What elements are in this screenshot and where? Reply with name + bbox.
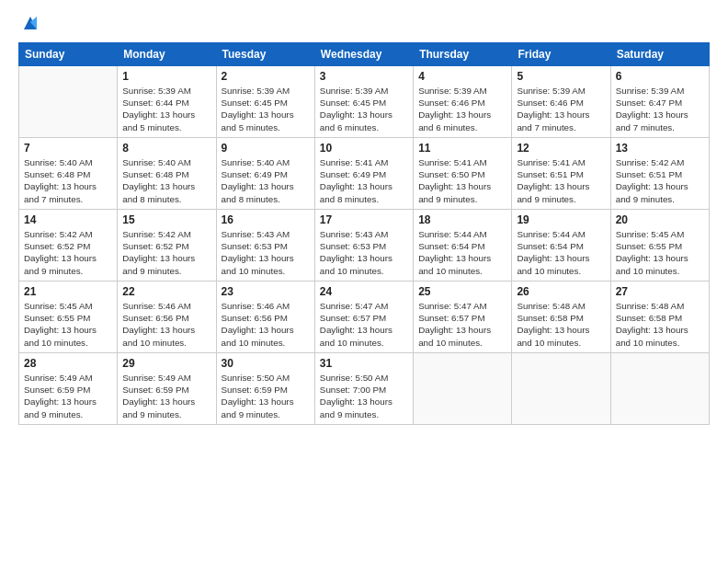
logo xyxy=(18,17,40,33)
calendar-cell xyxy=(610,353,709,425)
cell-info: Sunrise: 5:39 AMSunset: 6:45 PMDaylight:… xyxy=(222,85,310,133)
calendar-cell: 13Sunrise: 5:42 AMSunset: 6:51 PMDayligh… xyxy=(610,138,709,210)
cell-info: Sunrise: 5:46 AMSunset: 6:56 PMDaylight:… xyxy=(122,300,210,349)
cell-info: Sunrise: 5:40 AMSunset: 6:48 PMDaylight:… xyxy=(24,156,112,205)
calendar-cell xyxy=(414,353,512,425)
cell-day-number: 10 xyxy=(320,142,408,155)
cell-day-number: 2 xyxy=(222,70,310,83)
calendar-cell: 28Sunrise: 5:49 AMSunset: 6:59 PMDayligh… xyxy=(19,353,118,425)
cell-day-number: 12 xyxy=(517,142,605,155)
calendar-cell: 30Sunrise: 5:50 AMSunset: 6:59 PMDayligh… xyxy=(216,353,314,425)
cell-day-number: 27 xyxy=(616,285,704,298)
cell-info: Sunrise: 5:43 AMSunset: 6:53 PMDaylight:… xyxy=(320,228,408,277)
cell-info: Sunrise: 5:42 AMSunset: 6:52 PMDaylight:… xyxy=(122,228,210,277)
cell-day-number: 4 xyxy=(418,70,506,83)
weekday-header-friday: Friday xyxy=(512,43,610,66)
cell-info: Sunrise: 5:39 AMSunset: 6:45 PMDaylight:… xyxy=(320,85,408,133)
calendar-cell: 29Sunrise: 5:49 AMSunset: 6:59 PMDayligh… xyxy=(118,353,216,425)
cell-info: Sunrise: 5:41 AMSunset: 6:51 PMDaylight:… xyxy=(517,156,605,205)
calendar-cell: 26Sunrise: 5:48 AMSunset: 6:58 PMDayligh… xyxy=(512,282,610,353)
calendar-cell: 19Sunrise: 5:44 AMSunset: 6:54 PMDayligh… xyxy=(512,210,610,282)
cell-day-number: 26 xyxy=(517,285,605,298)
logo-icon xyxy=(20,13,40,33)
weekday-header-saturday: Saturday xyxy=(610,43,709,66)
cell-day-number: 11 xyxy=(418,142,506,155)
cell-info: Sunrise: 5:45 AMSunset: 6:55 PMDaylight:… xyxy=(24,300,112,349)
cell-info: Sunrise: 5:44 AMSunset: 6:54 PMDaylight:… xyxy=(418,228,506,277)
cell-day-number: 1 xyxy=(122,70,210,83)
calendar-cell: 21Sunrise: 5:45 AMSunset: 6:55 PMDayligh… xyxy=(19,282,118,353)
cell-info: Sunrise: 5:48 AMSunset: 6:58 PMDaylight:… xyxy=(517,300,605,349)
cell-day-number: 30 xyxy=(222,357,310,370)
calendar-cell: 10Sunrise: 5:41 AMSunset: 6:49 PMDayligh… xyxy=(314,138,413,210)
weekday-header-monday: Monday xyxy=(118,43,216,66)
calendar-cell: 1Sunrise: 5:39 AMSunset: 6:44 PMDaylight… xyxy=(118,66,216,138)
calendar-cell: 22Sunrise: 5:46 AMSunset: 6:56 PMDayligh… xyxy=(118,282,216,353)
cell-day-number: 29 xyxy=(122,357,210,370)
calendar-cell: 2Sunrise: 5:39 AMSunset: 6:45 PMDaylight… xyxy=(216,66,314,138)
cell-day-number: 5 xyxy=(517,70,605,83)
calendar-week-2: 7Sunrise: 5:40 AMSunset: 6:48 PMDaylight… xyxy=(19,138,710,210)
calendar-cell: 27Sunrise: 5:48 AMSunset: 6:58 PMDayligh… xyxy=(610,282,709,353)
cell-info: Sunrise: 5:39 AMSunset: 6:47 PMDaylight:… xyxy=(616,85,704,133)
calendar-cell xyxy=(19,66,118,138)
calendar-cell: 31Sunrise: 5:50 AMSunset: 7:00 PMDayligh… xyxy=(314,353,413,425)
cell-day-number: 7 xyxy=(24,142,112,155)
cell-info: Sunrise: 5:41 AMSunset: 6:49 PMDaylight:… xyxy=(320,156,408,205)
calendar-cell: 15Sunrise: 5:42 AMSunset: 6:52 PMDayligh… xyxy=(118,210,216,282)
cell-info: Sunrise: 5:44 AMSunset: 6:54 PMDaylight:… xyxy=(517,228,605,277)
cell-info: Sunrise: 5:50 AMSunset: 6:59 PMDaylight:… xyxy=(222,372,310,420)
cell-day-number: 18 xyxy=(418,213,506,226)
cell-info: Sunrise: 5:46 AMSunset: 6:56 PMDaylight:… xyxy=(222,300,310,349)
calendar-cell: 3Sunrise: 5:39 AMSunset: 6:45 PMDaylight… xyxy=(314,66,413,138)
cell-info: Sunrise: 5:47 AMSunset: 6:57 PMDaylight:… xyxy=(418,300,506,349)
cell-info: Sunrise: 5:49 AMSunset: 6:59 PMDaylight:… xyxy=(24,372,112,420)
header xyxy=(18,17,710,33)
calendar-week-5: 28Sunrise: 5:49 AMSunset: 6:59 PMDayligh… xyxy=(19,353,710,425)
cell-info: Sunrise: 5:48 AMSunset: 6:58 PMDaylight:… xyxy=(616,300,704,349)
calendar-cell: 14Sunrise: 5:42 AMSunset: 6:52 PMDayligh… xyxy=(19,210,118,282)
calendar-cell: 9Sunrise: 5:40 AMSunset: 6:49 PMDaylight… xyxy=(216,138,314,210)
cell-info: Sunrise: 5:45 AMSunset: 6:55 PMDaylight:… xyxy=(616,228,704,277)
cell-day-number: 28 xyxy=(24,357,112,370)
cell-day-number: 8 xyxy=(122,142,210,155)
calendar-cell: 25Sunrise: 5:47 AMSunset: 6:57 PMDayligh… xyxy=(414,282,512,353)
cell-info: Sunrise: 5:43 AMSunset: 6:53 PMDaylight:… xyxy=(222,228,310,277)
logo-text xyxy=(18,17,40,33)
calendar-cell: 16Sunrise: 5:43 AMSunset: 6:53 PMDayligh… xyxy=(216,210,314,282)
cell-day-number: 19 xyxy=(517,213,605,226)
cell-day-number: 3 xyxy=(320,70,408,83)
calendar-week-4: 21Sunrise: 5:45 AMSunset: 6:55 PMDayligh… xyxy=(19,282,710,353)
calendar-cell: 11Sunrise: 5:41 AMSunset: 6:50 PMDayligh… xyxy=(414,138,512,210)
calendar-cell: 6Sunrise: 5:39 AMSunset: 6:47 PMDaylight… xyxy=(610,66,709,138)
cell-day-number: 6 xyxy=(616,70,704,83)
calendar-week-3: 14Sunrise: 5:42 AMSunset: 6:52 PMDayligh… xyxy=(19,210,710,282)
calendar-week-1: 1Sunrise: 5:39 AMSunset: 6:44 PMDaylight… xyxy=(19,66,710,138)
cell-day-number: 20 xyxy=(616,213,704,226)
cell-day-number: 31 xyxy=(320,357,408,370)
weekday-header-sunday: Sunday xyxy=(19,43,118,66)
calendar-cell xyxy=(512,353,610,425)
cell-info: Sunrise: 5:39 AMSunset: 6:46 PMDaylight:… xyxy=(517,85,605,133)
cell-info: Sunrise: 5:42 AMSunset: 6:52 PMDaylight:… xyxy=(24,228,112,277)
cell-day-number: 17 xyxy=(320,213,408,226)
page: SundayMondayTuesdayWednesdayThursdayFrid… xyxy=(0,0,728,563)
cell-info: Sunrise: 5:42 AMSunset: 6:51 PMDaylight:… xyxy=(616,156,704,205)
cell-info: Sunrise: 5:40 AMSunset: 6:48 PMDaylight:… xyxy=(122,156,210,205)
cell-day-number: 15 xyxy=(122,213,210,226)
cell-info: Sunrise: 5:50 AMSunset: 7:00 PMDaylight:… xyxy=(320,372,408,420)
cell-info: Sunrise: 5:39 AMSunset: 6:46 PMDaylight:… xyxy=(418,85,506,133)
calendar-cell: 18Sunrise: 5:44 AMSunset: 6:54 PMDayligh… xyxy=(414,210,512,282)
calendar-cell: 23Sunrise: 5:46 AMSunset: 6:56 PMDayligh… xyxy=(216,282,314,353)
cell-info: Sunrise: 5:47 AMSunset: 6:57 PMDaylight:… xyxy=(320,300,408,349)
calendar-table: SundayMondayTuesdayWednesdayThursdayFrid… xyxy=(18,42,710,425)
cell-day-number: 24 xyxy=(320,285,408,298)
cell-day-number: 22 xyxy=(122,285,210,298)
cell-day-number: 25 xyxy=(418,285,506,298)
calendar-cell: 8Sunrise: 5:40 AMSunset: 6:48 PMDaylight… xyxy=(118,138,216,210)
cell-info: Sunrise: 5:49 AMSunset: 6:59 PMDaylight:… xyxy=(122,372,210,420)
calendar-cell: 17Sunrise: 5:43 AMSunset: 6:53 PMDayligh… xyxy=(314,210,413,282)
cell-day-number: 14 xyxy=(24,213,112,226)
cell-day-number: 21 xyxy=(24,285,112,298)
cell-day-number: 16 xyxy=(222,213,310,226)
